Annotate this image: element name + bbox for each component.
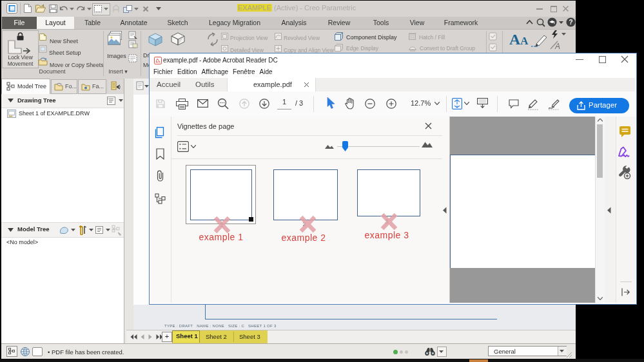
svg-text:A: A xyxy=(554,42,560,50)
svg-text:?: ? xyxy=(569,19,572,26)
